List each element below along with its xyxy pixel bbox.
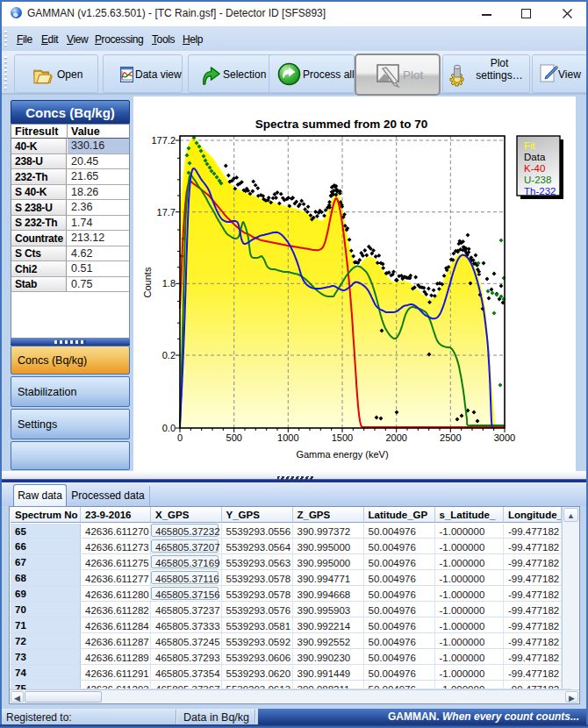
svg-text:3000: 3000 — [494, 432, 515, 443]
svg-text:U-238: U-238 — [524, 175, 551, 185]
svg-text:Data: Data — [524, 152, 546, 162]
svg-text:17.7: 17.7 — [157, 207, 176, 218]
svg-text:1000: 1000 — [277, 432, 298, 443]
svg-text:2000: 2000 — [385, 432, 406, 443]
svg-text:1.8: 1.8 — [162, 278, 176, 289]
svg-text:0.0: 0.0 — [162, 423, 176, 433]
svg-text:Fit: Fit — [524, 140, 536, 151]
svg-text:0.2: 0.2 — [162, 350, 176, 360]
svg-text:Counts: Counts — [142, 267, 153, 297]
svg-text:K-40: K-40 — [524, 163, 545, 174]
svg-text:Spectra summed from 20 to 70: Spectra summed from 20 to 70 — [255, 118, 428, 131]
svg-text:1500: 1500 — [332, 432, 353, 443]
svg-text:Th-232: Th-232 — [524, 186, 556, 196]
svg-text:0: 0 — [177, 432, 183, 443]
svg-text:500: 500 — [226, 432, 242, 443]
svg-text:177.2: 177.2 — [151, 135, 176, 146]
svg-text:Gamma energy (keV): Gamma energy (keV) — [296, 449, 388, 460]
svg-text:2500: 2500 — [440, 432, 461, 443]
